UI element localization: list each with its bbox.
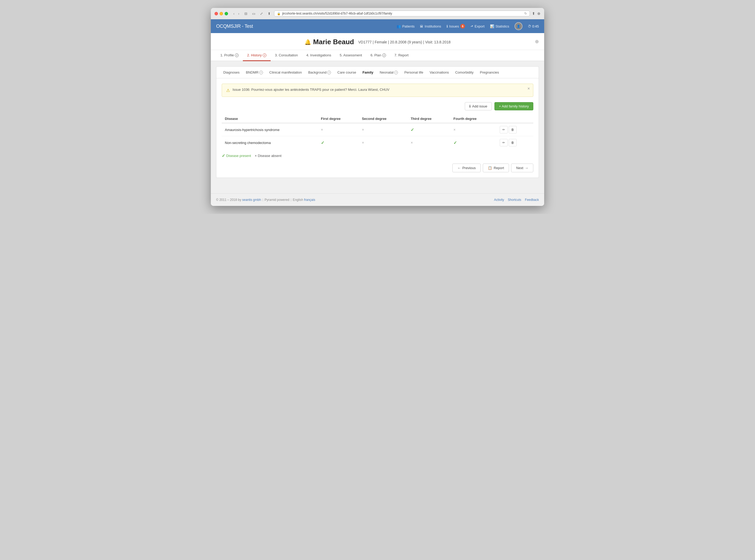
nav-export[interactable]: ⬏ Export: [470, 24, 485, 28]
subnav-bndmr[interactable]: BNDMR i: [243, 69, 266, 76]
edit-row-button[interactable]: ✏: [500, 126, 508, 133]
session-timer: ⏱ 0:45: [528, 24, 539, 28]
add-family-history-button[interactable]: + Add family history: [494, 102, 533, 111]
delete-row-button[interactable]: 🗑: [509, 139, 517, 146]
subnav-clinical[interactable]: Clinical manifestation: [267, 69, 305, 76]
report-icon: 📋: [488, 166, 492, 170]
next-label: Next: [516, 166, 523, 170]
shortcuts-link[interactable]: Shortcuts: [508, 198, 522, 202]
tab-investigations-label: 4. Investigations: [306, 53, 331, 57]
subnav-comorbidity[interactable]: Comorbidity: [453, 69, 476, 76]
traffic-lights: [215, 12, 228, 15]
forward-button[interactable]: ›: [237, 11, 241, 16]
alert-close-button[interactable]: ×: [528, 86, 530, 91]
url-bar[interactable]: 🔒 jircohorte-test.seantis.ch/visits/52d1…: [274, 11, 530, 16]
issues-icon: ℹ: [447, 24, 448, 28]
share-icon[interactable]: ⬆: [266, 11, 272, 16]
tab-history-info-icon: i: [263, 54, 266, 57]
subnav-background-label: Background: [308, 71, 326, 74]
minimize-button[interactable]: [220, 12, 223, 15]
table-row: Non-secreting chemodectoma ✓ × × ✓ ✏ 🗑: [222, 136, 533, 149]
actions-row: ℹ Add issue + Add family history: [222, 102, 533, 111]
nav-institutions[interactable]: 🏛 Institutions: [420, 24, 441, 28]
x-mark-icon: ×: [453, 127, 455, 132]
first-degree-value: ✓: [318, 136, 359, 149]
expand-icon[interactable]: ⤢: [259, 11, 264, 16]
add-issue-label: Add issue: [472, 104, 487, 108]
back-button[interactable]: ‹: [232, 11, 236, 16]
delete-row-button[interactable]: 🗑: [509, 126, 517, 133]
tab-history[interactable]: 2. History i: [243, 50, 271, 61]
lang-current: English: [293, 198, 303, 202]
nav-statistics[interactable]: 📊 Statistics: [490, 24, 509, 28]
edit-row-button[interactable]: ✏: [500, 139, 508, 146]
col-first-degree: First degree: [318, 115, 359, 123]
subnav-bndmr-label: BNDMR: [246, 71, 259, 74]
col-third-degree: Third degree: [407, 115, 450, 123]
new-tab-button[interactable]: ⊕: [537, 12, 540, 16]
report-button[interactable]: 📋 Report: [483, 163, 509, 172]
disease-name: Non-secreting chemodectoma: [222, 136, 318, 149]
subnav-personallife[interactable]: Personal life: [402, 69, 426, 76]
company-link[interactable]: seantis gmbh: [242, 198, 261, 202]
lang-other-link[interactable]: français: [304, 198, 315, 202]
x-mark-icon: ×: [321, 127, 323, 132]
alert-text: Issue 1036: Pourriez-vous ajouter les an…: [232, 87, 529, 92]
row-actions: ✏ 🗑: [500, 139, 530, 146]
disease-name: Amaurosis-hypertrichosis syndrome: [222, 123, 318, 136]
feedback-link[interactable]: Feedback: [525, 198, 539, 202]
subnav-carecourse[interactable]: Care course: [335, 69, 359, 76]
share-action-button[interactable]: ⬆: [532, 12, 535, 16]
tab-history-label: 2. History: [247, 53, 262, 57]
nav-patients[interactable]: 👥 Patients: [396, 24, 414, 28]
subnav-vaccinations[interactable]: Vaccinations: [427, 69, 452, 76]
activity-link[interactable]: Activity: [494, 198, 504, 202]
subnav-personallife-label: Personal life: [404, 71, 423, 74]
user-avatar[interactable]: 👤: [514, 22, 523, 30]
page-body: Diagnoses BNDMR i Clinical manifestation…: [211, 61, 544, 194]
sidebar-icon[interactable]: ▭: [251, 11, 257, 16]
col-fourth-degree: Fourth degree: [450, 115, 496, 123]
patient-visit: Visit: 13.8.2018: [425, 40, 450, 44]
avatar-initials: 👤: [517, 25, 521, 28]
family-history-table: Disease First degree Second degree Third…: [222, 115, 533, 149]
subnav-family[interactable]: Family: [360, 69, 376, 76]
tab-consultation[interactable]: 3. Consultation: [271, 50, 302, 61]
subnav-neonatal[interactable]: Neonatal i: [377, 69, 401, 76]
subnav-pregnancies[interactable]: Pregnancies: [477, 69, 502, 76]
tab-profile-label: 1. Profile: [220, 53, 234, 57]
url-text: jircohorte-test.seantis.ch/visits/52d189…: [282, 12, 392, 15]
window-icon[interactable]: ⊟: [243, 11, 249, 16]
subnav-bndmr-info-icon: i: [259, 71, 263, 74]
subnav-comorbidity-label: Comorbidity: [455, 71, 473, 74]
footer-links: Activity Shortcuts Feedback: [494, 198, 539, 202]
tab-assessment[interactable]: 5. Assessment: [335, 50, 366, 61]
patient-gender: Female: [374, 40, 387, 44]
reload-icon[interactable]: ↻: [524, 12, 527, 15]
col-second-degree: Second degree: [359, 115, 407, 123]
expand-patient-button[interactable]: ⊕: [535, 39, 539, 44]
sub-nav: Diagnoses BNDMR i Clinical manifestation…: [216, 66, 539, 78]
patient-name-block: 🔔 Marie Beaud VD1777 | Female | 20.8.200…: [305, 38, 451, 46]
subnav-diagnoses[interactable]: Diagnoses: [221, 69, 242, 76]
add-family-history-label: + Add family history: [499, 104, 529, 108]
previous-button[interactable]: ← Previous: [452, 163, 481, 172]
tab-investigations[interactable]: 4. Investigations: [302, 50, 335, 61]
tab-report-label: 7. Report: [394, 53, 408, 57]
app-logo: OCQMSJIR - Test: [216, 23, 253, 29]
tab-report[interactable]: 7. Report: [390, 50, 413, 61]
patients-icon: 👥: [396, 24, 401, 28]
add-issue-button[interactable]: ℹ Add issue: [465, 102, 492, 111]
tab-plan[interactable]: 6. Plan i: [366, 50, 390, 61]
subnav-background[interactable]: Background i: [306, 69, 333, 76]
patient-full-name: Marie Beaud: [313, 38, 354, 46]
nav-issues[interactable]: ℹ Issues 6: [447, 24, 465, 28]
subnav-clinical-label: Clinical manifestation: [269, 71, 302, 74]
timer-icon: ⏱: [528, 24, 531, 28]
close-button[interactable]: [215, 12, 218, 15]
logo-sub: JIR - Test: [234, 23, 253, 29]
maximize-button[interactable]: [225, 12, 228, 15]
tab-profile[interactable]: 1. Profile i: [216, 50, 243, 61]
copyright-text: © 2011 – 2018 by: [216, 198, 242, 202]
next-button[interactable]: Next →: [511, 163, 533, 172]
